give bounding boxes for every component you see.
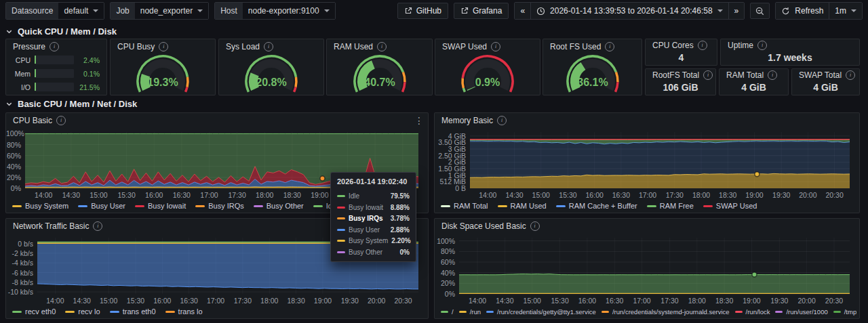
refresh-button[interactable]: Refresh — [776, 3, 829, 19]
info-icon[interactable]: i — [264, 42, 273, 51]
x-axis-label: 18:30 — [716, 191, 739, 199]
chevron-down-icon — [324, 9, 330, 12]
panel-title[interactable]: Disk Space Used Basic — [441, 221, 526, 231]
legend-item[interactable]: /run/user/1000 — [775, 308, 827, 316]
legend-swatch — [775, 311, 783, 313]
info-icon[interactable]: i — [530, 221, 540, 231]
svg-text:36.1%: 36.1% — [577, 77, 608, 88]
x-axis-label: 17:00 — [631, 297, 654, 305]
disk-space-chart[interactable]: 0%20%40%60%80%100%14:0014:3015:0015:3016… — [435, 235, 859, 305]
variable-datasource-value[interactable]: default — [58, 3, 104, 19]
info-icon[interactable]: i — [497, 116, 507, 125]
info-icon[interactable]: i — [50, 42, 59, 51]
y-axis-label: 100% — [435, 237, 455, 245]
time-range-picker[interactable]: 2026-01-14 13:39:53 to 2026-01-14 20:46:… — [531, 3, 729, 19]
y-axis-label: -4 kb/s — [6, 259, 33, 267]
tooltip-row: Busy User2.88% — [337, 226, 410, 234]
y-axis-label: 4 GiB — [435, 132, 466, 140]
info-icon[interactable]: i — [768, 70, 777, 80]
external-link-icon — [404, 7, 412, 15]
variable-job-value[interactable]: node_exporter — [135, 3, 208, 19]
y-axis-label: 0 B — [435, 184, 466, 192]
memory-basic-chart[interactable]: 0 B512 MiB1 GiB1.50 GiB2 GiB2.50 GiB3 Gi… — [435, 129, 859, 199]
legend-item[interactable]: RAM Free — [647, 202, 694, 210]
panel-title[interactable]: CPU Busy — [117, 42, 155, 51]
grafana-link-button[interactable]: Grafana — [454, 3, 509, 19]
x-axis-label: 14:00 — [43, 297, 66, 305]
time-range-forward-button[interactable]: » — [729, 3, 745, 19]
info-icon[interactable]: i — [605, 42, 614, 51]
variable-host-value[interactable]: node-exporter:9100 — [243, 3, 335, 19]
x-axis-label: 20:30 — [823, 297, 846, 305]
x-axis-label: 15:30 — [115, 191, 138, 199]
legend-item[interactable]: Busy User — [78, 202, 125, 210]
panel-title[interactable]: CPU Cores — [652, 41, 694, 50]
disk-space-legend: //run/run/credentials/getty@tty1.service… — [441, 308, 856, 316]
github-link-button[interactable]: GitHub — [397, 3, 448, 19]
panel-title[interactable]: SWAP Used — [442, 42, 487, 51]
panel-title[interactable]: RAM Used — [334, 42, 373, 51]
info-icon[interactable]: i — [491, 42, 500, 51]
info-icon[interactable]: i — [846, 70, 855, 80]
panel-title[interactable]: Root FS Used — [550, 42, 601, 51]
variable-job-label: Job — [111, 3, 134, 19]
panel-title[interactable]: Sys Load — [226, 42, 260, 51]
legend-item[interactable]: Busy System — [12, 202, 68, 210]
panel-title[interactable]: Uptime — [728, 41, 753, 50]
time-range-back-button[interactable]: « — [515, 3, 531, 19]
info-icon[interactable]: i — [698, 41, 707, 50]
chevron-down-icon — [93, 9, 98, 12]
legend-item[interactable]: trans lo — [165, 307, 203, 316]
legend-item[interactable]: RAM Total — [441, 202, 488, 210]
panel-title[interactable]: RootFS Total — [652, 70, 699, 80]
svg-text:0.9%: 0.9% — [475, 77, 500, 88]
legend-item[interactable]: /run/lock — [735, 308, 770, 316]
legend-item[interactable]: / — [441, 308, 454, 316]
variable-host[interactable]: Host node-exporter:9100 — [214, 2, 335, 20]
legend-item[interactable]: /run/credentials/systemd-journald.servic… — [601, 308, 730, 316]
zoom-out-button[interactable] — [750, 3, 770, 19]
panel-title[interactable]: CPU Basic — [13, 116, 52, 125]
x-axis-label: 15:30 — [556, 191, 579, 199]
legend-item[interactable]: RAM Cache + Buffer — [556, 202, 637, 210]
chevron-down-icon — [197, 9, 203, 12]
legend-item[interactable]: /run/credentials/getty@tty1.service — [486, 308, 596, 316]
legend-swatch — [441, 205, 450, 207]
section-basic-cpu-mem-net-disk[interactable]: Basic CPU / Mem / Net / Disk — [5, 99, 137, 109]
info-icon[interactable]: i — [377, 42, 387, 51]
panel-title[interactable]: RAM Total — [726, 70, 764, 80]
refresh-interval-dropdown[interactable]: 1m — [829, 3, 862, 19]
legend-item[interactable]: SWAP Used — [703, 202, 757, 210]
legend-item[interactable]: recv lo — [65, 307, 100, 316]
panel-title[interactable]: Pressure — [13, 42, 45, 51]
bar-gauge — [35, 56, 74, 64]
info-icon[interactable]: i — [56, 116, 66, 125]
panel-title[interactable]: SWAP Total — [799, 70, 842, 80]
y-axis-label: 0 b/s — [6, 240, 33, 248]
legend-item[interactable]: Busy Iowait — [135, 202, 186, 210]
panel-menu-icon[interactable]: ⋮ — [414, 116, 424, 125]
variable-datasource[interactable]: Datasource default — [5, 2, 104, 20]
legend-item[interactable]: recv eth0 — [12, 307, 56, 316]
section-quick-cpu-mem-disk[interactable]: Quick CPU / Mem / Disk — [5, 26, 117, 37]
refresh-icon — [781, 7, 790, 16]
legend-item[interactable]: trans eth0 — [110, 307, 156, 316]
info-icon[interactable]: i — [159, 42, 168, 51]
x-axis-label: 16:00 — [576, 297, 599, 305]
panel-title[interactable]: Memory Basic — [441, 116, 493, 125]
variable-job[interactable]: Job node_exporter — [110, 2, 209, 20]
legend-item[interactable]: /run — [459, 308, 481, 316]
info-icon[interactable]: i — [757, 41, 767, 50]
svg-text:19.3%: 19.3% — [147, 77, 178, 88]
legend-item[interactable]: Busy Other — [254, 202, 304, 210]
x-axis-label: 15:30 — [124, 297, 147, 305]
legend-swatch — [135, 205, 144, 207]
legend-item[interactable]: /tmp — [833, 308, 856, 316]
panel-title[interactable]: Network Traffic Basic — [13, 221, 89, 231]
info-icon[interactable]: i — [703, 70, 713, 80]
legend-item[interactable]: RAM Used — [498, 202, 547, 210]
legend-item[interactable]: Busy IRQs — [195, 202, 244, 210]
y-axis-label: 3.50 GiB — [435, 138, 466, 146]
legend-swatch — [459, 311, 467, 313]
info-icon[interactable]: i — [93, 221, 102, 231]
